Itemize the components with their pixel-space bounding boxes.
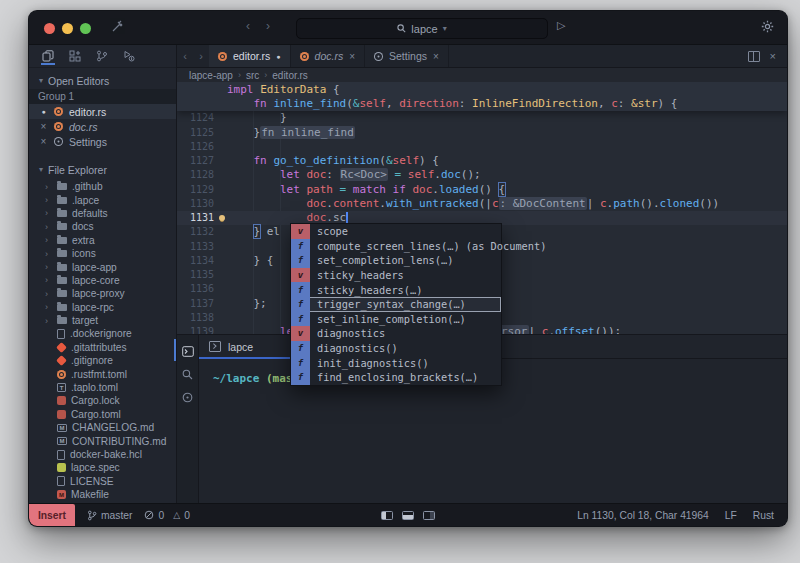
completion-item[interactable]: vscope xyxy=(291,224,501,239)
breadcrumb-file[interactable]: editor.rs xyxy=(272,70,308,81)
rust-icon xyxy=(57,370,66,379)
mode-badge[interactable]: Insert xyxy=(29,504,75,526)
folder-.github[interactable]: ›.github xyxy=(29,180,176,193)
file-.taplo.toml[interactable]: T.taplo.toml xyxy=(29,381,176,394)
line-ending[interactable]: LF xyxy=(725,510,737,521)
file-explorer-header[interactable]: ▾ File Explorer xyxy=(29,161,176,178)
breadcrumb-project[interactable]: lapce-app xyxy=(189,70,233,81)
file-Cargo.toml[interactable]: Cargo.toml xyxy=(29,408,176,421)
code-line-1127[interactable]: 1127 fn go_to_definition(&self) { xyxy=(177,154,787,168)
code-line-1124[interactable]: 1124 } xyxy=(177,111,787,125)
branch-indicator[interactable]: master xyxy=(87,510,132,521)
code-line-1129[interactable]: 1129 let path = match if doc.loaded() { xyxy=(177,182,787,196)
zoom-window-icon[interactable] xyxy=(80,23,91,34)
completion-item[interactable]: fcompute_screen_lines(…) (as Document) xyxy=(291,239,501,254)
completion-item[interactable]: fdiagnostics() xyxy=(291,341,501,356)
terminal-icon[interactable] xyxy=(182,346,194,357)
sidebar-scrollbar-thumb[interactable] xyxy=(174,339,176,361)
file-.gitignore[interactable]: .gitignore xyxy=(29,354,176,367)
folder-icons[interactable]: ›icons xyxy=(29,247,176,260)
folder-defaults[interactable]: ›defaults xyxy=(29,207,176,220)
file-.gitattributes[interactable]: .gitattributes xyxy=(29,341,176,354)
folder-label: lapce-rpc xyxy=(72,302,114,313)
folder-target[interactable]: ›target xyxy=(29,314,176,327)
tab-doc.rs[interactable]: doc.rs× xyxy=(291,45,365,67)
close-window-icon[interactable] xyxy=(44,23,55,34)
close-editor-icon[interactable]: × xyxy=(39,136,48,147)
tabs-back-icon[interactable]: ‹ xyxy=(177,45,193,67)
language-mode[interactable]: Rust xyxy=(753,510,774,521)
file-CHANGELOG.md[interactable]: MCHANGELOG.md xyxy=(29,421,176,434)
file-Cargo.lock[interactable]: Cargo.lock xyxy=(29,394,176,407)
tab-Settings[interactable]: Settings× xyxy=(365,45,449,67)
open-editors-title: Open Editors xyxy=(48,75,109,87)
split-editor-icon[interactable] xyxy=(748,51,760,62)
folder-.lapce[interactable]: ›.lapce xyxy=(29,193,176,206)
file-.rustfmt.toml[interactable]: .rustfmt.toml xyxy=(29,367,176,380)
extensions-icon[interactable] xyxy=(68,47,82,65)
toggle-left-panel-icon[interactable] xyxy=(381,511,393,520)
folder-label: extra xyxy=(72,235,95,246)
code-line-1128[interactable]: 1128 let doc: Rc<Doc> = self.doc(); xyxy=(177,168,787,182)
cursor-position[interactable]: Ln 1130, Col 18, Char 41964 xyxy=(577,510,708,521)
file-label: Cargo.toml xyxy=(71,409,121,420)
close-tab-icon[interactable]: × xyxy=(433,51,439,62)
completion-item[interactable]: ffind_enclosing_brackets(…) xyxy=(291,370,501,385)
file-LICENSE[interactable]: LICENSE xyxy=(29,475,176,488)
files-icon[interactable] xyxy=(41,47,55,65)
folder-lapce-rpc[interactable]: ›lapce-rpc xyxy=(29,301,176,314)
tab-editor.rs[interactable]: editor.rs● xyxy=(209,45,291,67)
tabs-forward-icon[interactable]: › xyxy=(193,45,209,67)
toggle-right-panel-icon[interactable] xyxy=(423,511,435,520)
line-number: 1136 xyxy=(177,283,217,294)
diagnostics-indicator[interactable]: 0 △ 0 xyxy=(144,510,189,521)
folder-docs[interactable]: ›docs xyxy=(29,220,176,233)
file-docker-bake.hcl[interactable]: docker-bake.hcl xyxy=(29,448,176,461)
minimize-window-icon[interactable] xyxy=(62,23,73,34)
folder-extra[interactable]: ›extra xyxy=(29,234,176,247)
code-line-1126[interactable]: 1126 xyxy=(177,139,787,153)
nav-back-icon[interactable]: ‹ xyxy=(241,19,255,33)
folder-lapce-core[interactable]: ›lapce-core xyxy=(29,274,176,287)
completion-item[interactable]: fset_completion_lens(…) xyxy=(291,253,501,268)
open-editor-Settings[interactable]: ×Settings xyxy=(29,134,176,149)
completion-label: diagnostics xyxy=(310,327,385,339)
folder-lapce-proxy[interactable]: ›lapce-proxy xyxy=(29,287,176,300)
toggle-bottom-panel-icon[interactable] xyxy=(402,511,414,520)
open-editor-doc.rs[interactable]: ×doc.rs xyxy=(29,119,176,134)
problems-icon[interactable] xyxy=(182,392,193,403)
breadcrumb-folder[interactable]: src xyxy=(246,70,259,81)
completion-item[interactable]: finit_diagnostics() xyxy=(291,355,501,370)
open-editors-header[interactable]: ▾ Open Editors xyxy=(29,72,176,89)
file-CONTRIBUTING.md[interactable]: MCONTRIBUTING.md xyxy=(29,434,176,447)
search-panel-icon[interactable] xyxy=(182,369,193,380)
command-palette[interactable]: lapce ▾ xyxy=(296,18,548,39)
run-button[interactable]: ▷ xyxy=(557,19,565,32)
code-line-1130[interactable]: 1130 doc.content.with_untracked(|c: &Doc… xyxy=(177,196,787,210)
breadcrumb-separator: › xyxy=(264,70,267,80)
close-editor-icon[interactable]: × xyxy=(770,50,776,62)
completion-item[interactable]: vdiagnostics xyxy=(291,326,501,341)
file-label: CHANGELOG.md xyxy=(72,422,154,433)
completion-item[interactable]: fset_inline_completion(…) xyxy=(291,312,501,327)
nav-forward-icon[interactable]: › xyxy=(261,19,275,33)
completion-item[interactable]: ftrigger_syntax_change(…) xyxy=(291,297,501,312)
cargo-icon xyxy=(57,396,66,405)
file-lapce.spec[interactable]: lapce.spec xyxy=(29,461,176,474)
close-tab-icon[interactable]: × xyxy=(349,51,355,62)
close-editor-icon[interactable]: × xyxy=(39,121,48,132)
terminal-tab[interactable]: lapce xyxy=(199,335,297,358)
folder-icon xyxy=(57,237,67,244)
completion-item[interactable]: fsticky_headers(…) xyxy=(291,282,501,297)
settings-gear-icon[interactable] xyxy=(761,20,774,33)
source-control-icon[interactable] xyxy=(95,47,109,65)
debug-icon[interactable] xyxy=(122,47,136,65)
code-line-1125[interactable]: 1125 }fn inline_find xyxy=(177,125,787,139)
file-Makefile[interactable]: MMakefile xyxy=(29,488,176,501)
folder-lapce-app[interactable]: ›lapce-app xyxy=(29,260,176,273)
titlebar[interactable]: ‹ › lapce ▾ ▷ xyxy=(29,11,787,45)
breadcrumb[interactable]: lapce-app › src › editor.rs xyxy=(177,68,787,82)
open-editor-editor.rs[interactable]: ●editor.rs xyxy=(29,104,176,119)
file-.dockerignore[interactable]: .dockerignore xyxy=(29,327,176,340)
completion-item[interactable]: vsticky_headers xyxy=(291,268,501,283)
